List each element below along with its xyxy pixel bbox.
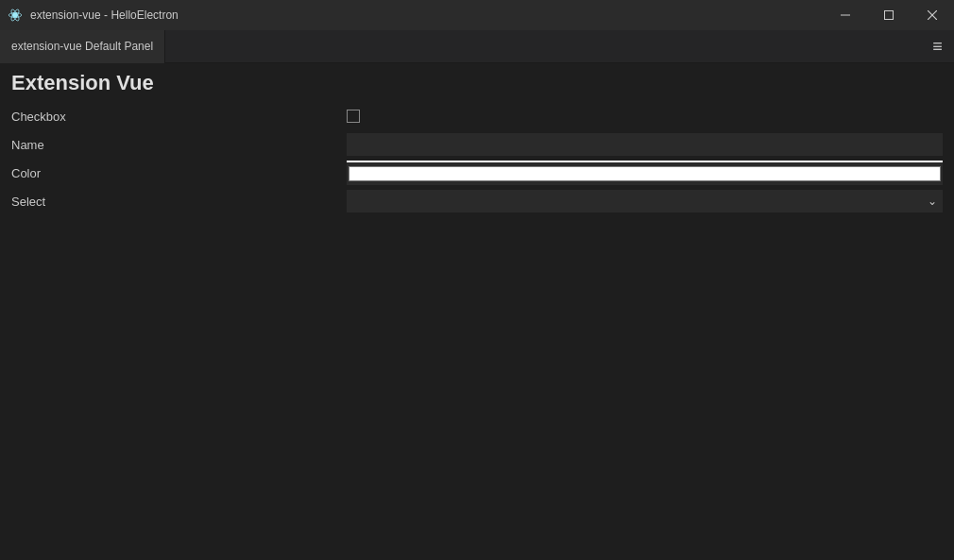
maximize-button[interactable]	[867, 0, 911, 30]
checkbox-control	[347, 110, 943, 123]
title-bar: extension-vue - HelloElectron	[0, 0, 954, 30]
checkbox-input[interactable]	[347, 110, 360, 123]
svg-rect-4	[841, 15, 850, 16]
tab-menu-button[interactable]: ≡	[921, 30, 954, 63]
color-input-wrap	[347, 162, 943, 185]
select-row: Select Option 1 Option 2 Option 3 ⌄	[11, 188, 943, 214]
select-control: Option 1 Option 2 Option 3 ⌄	[347, 190, 943, 212]
default-panel-tab[interactable]: extension-vue Default Panel	[0, 30, 165, 63]
select-input[interactable]: Option 1 Option 2 Option 3	[347, 190, 943, 212]
checkbox-label: Checkbox	[11, 110, 347, 124]
name-label: Name	[11, 138, 347, 152]
checkbox-row: Checkbox	[11, 103, 943, 129]
tab-bar: extension-vue Default Panel ≡	[0, 30, 954, 63]
minimize-button[interactable]	[824, 0, 867, 30]
close-button[interactable]	[911, 0, 954, 30]
title-bar-controls	[824, 0, 954, 30]
color-label: Color	[11, 166, 347, 180]
electron-icon	[8, 8, 23, 23]
name-control	[347, 133, 943, 156]
name-input[interactable]	[347, 133, 943, 156]
color-input[interactable]	[347, 162, 943, 185]
color-row: Color	[11, 160, 943, 186]
page-title: Extension Vue	[11, 71, 943, 95]
main-content: Extension Vue Checkbox Name Color Select	[0, 63, 954, 560]
select-label: Select	[11, 195, 347, 209]
title-bar-left: extension-vue - HelloElectron	[8, 8, 179, 23]
name-row: Name	[11, 131, 943, 158]
svg-rect-5	[885, 11, 894, 20]
select-wrap: Option 1 Option 2 Option 3 ⌄	[347, 190, 943, 212]
window-title: extension-vue - HelloElectron	[30, 8, 179, 22]
color-control	[347, 161, 943, 185]
tab-label: extension-vue Default Panel	[11, 40, 153, 53]
